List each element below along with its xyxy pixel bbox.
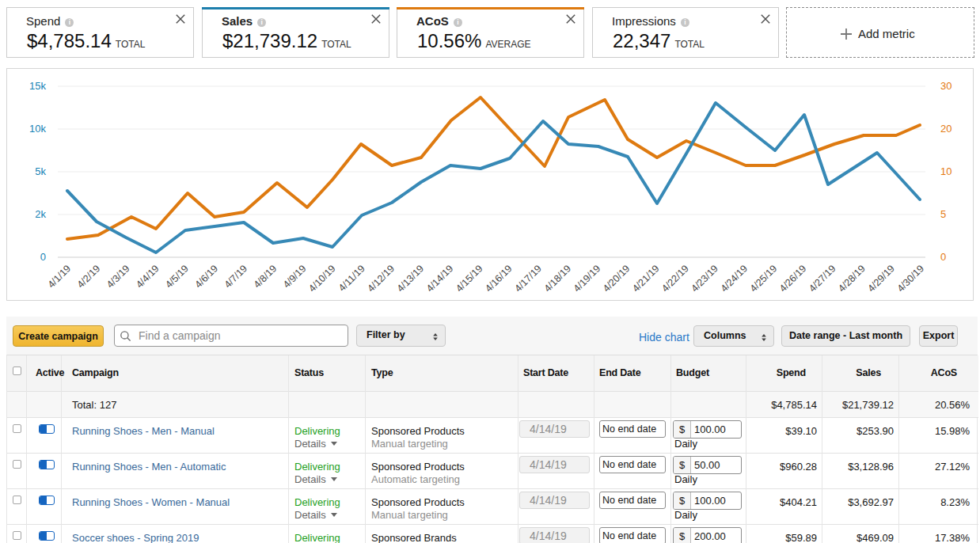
svg-text:0: 0 [40,251,46,263]
svg-text:4/16/19: 4/16/19 [483,263,514,294]
svg-text:4/1/19: 4/1/19 [46,263,74,290]
svg-text:4/7/19: 4/7/19 [222,263,250,290]
svg-text:4/19/19: 4/19/19 [572,263,602,294]
svg-text:4/2/19: 4/2/19 [75,263,103,290]
svg-text:5k: 5k [35,165,46,177]
svg-text:30: 30 [940,80,952,92]
svg-text:4/9/19: 4/9/19 [281,263,309,290]
svg-text:4/24/19: 4/24/19 [719,263,750,294]
svg-text:4/17/19: 4/17/19 [512,263,543,294]
svg-text:4/11/19: 4/11/19 [336,263,367,294]
svg-text:4/21/19: 4/21/19 [630,263,661,294]
svg-text:4/6/19: 4/6/19 [192,263,220,290]
svg-text:15k: 15k [29,80,46,92]
svg-text:4/3/19: 4/3/19 [104,263,132,290]
svg-text:4/27/19: 4/27/19 [807,263,838,294]
svg-text:4/30/19: 4/30/19 [895,263,926,294]
svg-text:2k: 2k [35,208,46,220]
svg-text:4/14/19: 4/14/19 [424,263,455,294]
svg-text:4/12/19: 4/12/19 [366,263,397,294]
svg-text:4/28/19: 4/28/19 [836,263,867,294]
svg-text:5: 5 [940,208,946,220]
svg-text:4/18/19: 4/18/19 [542,263,573,294]
svg-text:4/13/19: 4/13/19 [395,263,426,294]
svg-text:4/25/19: 4/25/19 [748,263,779,294]
svg-text:4/20/19: 4/20/19 [601,263,632,294]
svg-text:4/5/19: 4/5/19 [163,263,191,290]
svg-text:4/22/19: 4/22/19 [659,263,690,294]
svg-text:10: 10 [940,165,952,177]
svg-text:4/15/19: 4/15/19 [454,263,484,294]
svg-text:10k: 10k [29,123,46,135]
svg-text:4/26/19: 4/26/19 [777,263,808,294]
svg-text:20: 20 [940,123,952,135]
svg-text:4/29/19: 4/29/19 [865,263,896,294]
svg-text:4/4/19: 4/4/19 [134,263,161,290]
svg-text:4/10/19: 4/10/19 [306,263,337,294]
svg-text:4/23/19: 4/23/19 [689,263,720,294]
svg-text:0: 0 [940,251,946,263]
svg-text:4/8/19: 4/8/19 [252,263,279,290]
